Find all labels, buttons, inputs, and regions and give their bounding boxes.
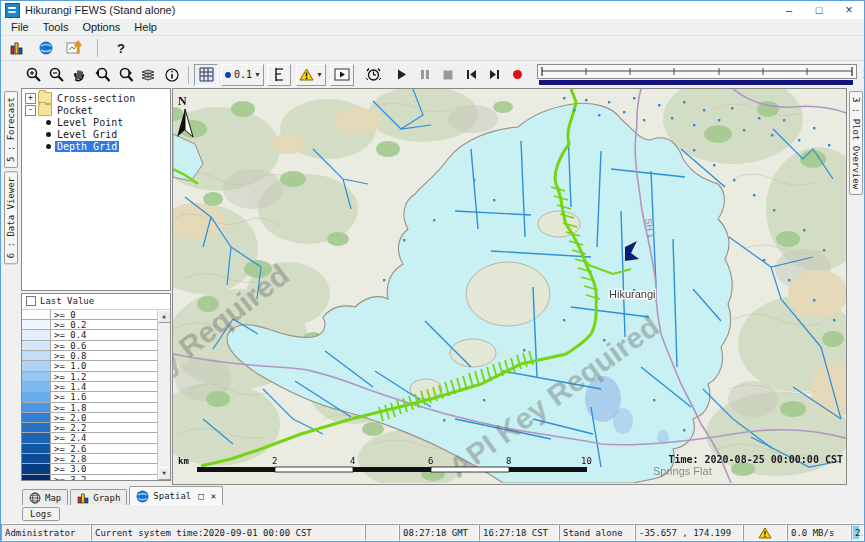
close-button[interactable]: ×: [834, 1, 864, 19]
tree-item-label-selected[interactable]: Depth Grid: [55, 141, 119, 152]
status-spacer: [365, 524, 399, 541]
legend-scrollbar[interactable]: ▲ ▼: [157, 310, 170, 480]
close-tab-icon[interactable]: ✕: [211, 491, 216, 501]
legend-swatch: [22, 423, 51, 433]
zoom-in-icon[interactable]: [22, 64, 45, 86]
tab-forecast[interactable]: 5 : Forecast: [4, 91, 18, 168]
legend-label: >= 0.8: [51, 351, 157, 361]
legend-swatch: [22, 433, 51, 443]
locality-label: Springs Flat: [653, 465, 712, 477]
map-viewport[interactable]: SH 1: [172, 88, 847, 485]
legend-swatch: [22, 330, 51, 340]
warning-icon: [758, 527, 772, 539]
legend-swatch: [22, 392, 51, 402]
tab-spatial-label: Spatial: [153, 491, 191, 501]
collapse-icon[interactable]: -: [25, 105, 36, 116]
menu-help[interactable]: Help: [127, 21, 164, 33]
legend-swatch: [22, 372, 51, 382]
status-bar: Administrator Current system time:2020-0…: [1, 523, 864, 541]
status-user: Administrator: [1, 524, 91, 541]
logs-button[interactable]: Logs: [22, 507, 60, 521]
tab-map[interactable]: Map: [22, 489, 68, 505]
tree-item-level-grid[interactable]: Level Grid: [32, 128, 170, 140]
tree-item-label[interactable]: Level Point: [55, 117, 125, 128]
zoom-previous-icon[interactable]: [91, 64, 114, 86]
map-toolbar: 0.1 ▼ ▼: [1, 61, 864, 88]
tab-plot-overview[interactable]: 3 : Plot Overview: [849, 91, 863, 195]
legend-label: >= 2.0: [51, 413, 157, 423]
legend-row: >= 0: [22, 310, 157, 320]
thresholds-warning-dropdown[interactable]: ▼: [296, 64, 326, 86]
tab-data-viewer[interactable]: 6 : Data Viewer: [4, 171, 18, 264]
tree-item-label[interactable]: Level Grid: [55, 129, 119, 140]
legend-row: >= 0.4: [22, 330, 157, 340]
maximize-button[interactable]: □: [804, 1, 834, 19]
tab-spatial[interactable]: Spatial □ ✕: [129, 486, 223, 505]
legend-row: >= 3.2: [22, 475, 157, 481]
status-download-rate: 0.0 MB/s: [787, 524, 851, 541]
tab-graph[interactable]: Graph: [70, 489, 127, 505]
tree-item-label[interactable]: Pocket: [55, 105, 95, 116]
tree-item-label[interactable]: Cross-section: [55, 93, 137, 104]
skip-end-button[interactable]: [483, 64, 506, 86]
wireframe-globe-icon: [29, 492, 41, 504]
bullet-icon: [46, 144, 51, 149]
legend-label: >= 1.2: [51, 372, 157, 382]
contour-threshold-dropdown[interactable]: 0.1 ▼: [221, 64, 264, 86]
last-value-checkbox[interactable]: [26, 296, 36, 306]
time-slider-track[interactable]: [537, 64, 857, 79]
globe-icon[interactable]: [34, 37, 57, 59]
tree-item-level-point[interactable]: Level Point: [32, 116, 170, 128]
svg-text:10: 10: [581, 456, 592, 466]
timer-icon[interactable]: [362, 64, 385, 86]
legend-label: >= 2.2: [51, 423, 157, 433]
legend-swatch: [22, 464, 51, 474]
zoom-next-icon[interactable]: [114, 64, 137, 86]
tree-item-depth-grid[interactable]: Depth Grid: [32, 140, 170, 152]
grid-toggle-button[interactable]: [194, 64, 218, 86]
legend-title: Last Value: [40, 296, 94, 306]
info-icon[interactable]: [160, 64, 183, 86]
time-slider[interactable]: [537, 64, 857, 85]
status-system-time: Current system time:2020-09-01 00:00 CST: [91, 524, 365, 541]
layers-icon[interactable]: [137, 64, 160, 86]
profile-button[interactable]: [267, 64, 291, 86]
svg-text:km: km: [178, 456, 189, 466]
right-tab-strip: 3 : Plot Overview: [847, 88, 864, 485]
menu-tools[interactable]: Tools: [36, 21, 76, 33]
layer-tree: + Cross-section - Pocket Level Point Lev…: [21, 88, 171, 291]
stop-button[interactable]: [437, 64, 460, 86]
pause-button[interactable]: [414, 64, 437, 86]
play-button[interactable]: [391, 64, 414, 86]
animation-button[interactable]: [330, 64, 354, 86]
reports-icon[interactable]: [5, 37, 28, 59]
window-title: Hikurangi FEWS (Stand alone): [25, 4, 175, 16]
legend-label: >= 0: [51, 310, 157, 320]
threshold-value: 0.1: [234, 69, 252, 80]
menu-options[interactable]: Options: [75, 21, 127, 33]
legend-swatch: [22, 475, 51, 481]
bullet-icon: [46, 120, 51, 125]
bullet-icon: [46, 132, 51, 137]
zoom-out-icon[interactable]: [45, 64, 68, 86]
legend-row: >= 0.6: [22, 341, 157, 351]
bottom-tab-bar: Map Graph Spatial □ ✕: [1, 485, 864, 505]
float-tab-icon[interactable]: □: [198, 491, 203, 501]
skip-start-button[interactable]: [460, 64, 483, 86]
scroll-down-icon[interactable]: ▼: [158, 467, 171, 480]
status-memory: 2.5 GB: [851, 524, 864, 541]
time-range-bar: [539, 80, 853, 85]
status-warning-cell[interactable]: [743, 524, 787, 541]
menu-file[interactable]: File: [4, 21, 36, 33]
map-canvas[interactable]: SH 1: [173, 89, 847, 483]
minimize-button[interactable]: –: [774, 1, 804, 19]
chart-export-icon[interactable]: [63, 37, 86, 59]
scroll-up-icon[interactable]: ▲: [158, 310, 171, 323]
legend-row: >= 0.8: [22, 351, 157, 361]
tree-item-pocket[interactable]: - Pocket: [22, 104, 170, 116]
legend-swatch: [22, 413, 51, 423]
expand-icon[interactable]: +: [25, 93, 36, 104]
help-button[interactable]: ?: [109, 41, 133, 56]
record-button[interactable]: [506, 64, 529, 86]
pan-hand-icon[interactable]: [68, 64, 91, 86]
